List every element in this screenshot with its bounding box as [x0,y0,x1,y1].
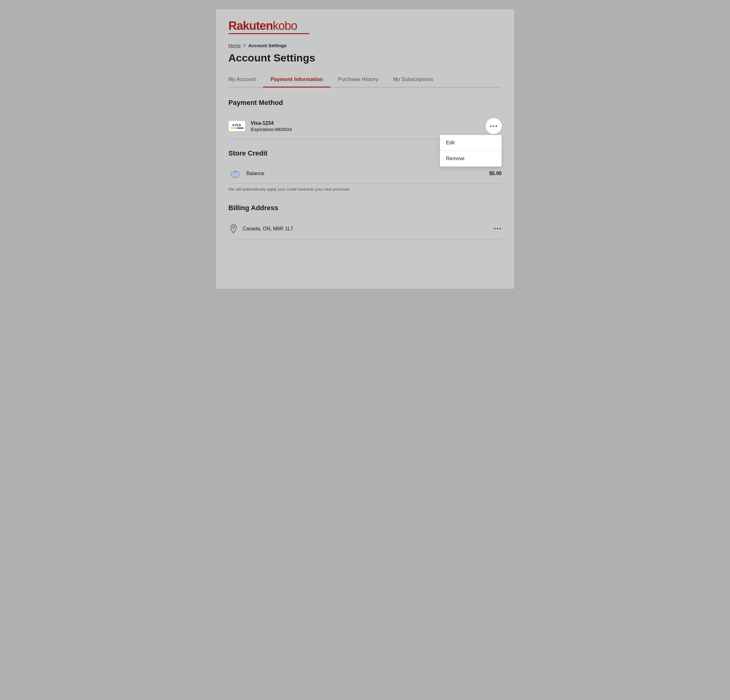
store-credit-icon [229,168,242,179]
tab-my-subscriptions[interactable]: My Subscriptions [385,73,441,87]
svg-point-1 [231,174,232,175]
credit-note: We will automatically apply your credit … [229,187,502,194]
tab-payment-information[interactable]: Payment Information [263,73,330,87]
dropdown-remove[interactable]: Remove [440,151,501,166]
dots-icon [490,125,497,127]
svg-rect-2 [234,171,237,173]
payment-method-section: Payment Method VISA Visa-1234 Expiration… [229,99,502,139]
balance-label: Balance [247,171,489,176]
billing-address-section: Billing Address Canada, ON, M6R 1L7 ••• [229,204,502,240]
card-row: VISA Visa-1234 Expiration:08/2024 [229,113,502,139]
card-dropdown-menu: Edit Remove [440,135,502,167]
page-title: Account Settings [229,52,502,64]
logo-text: Rakutenkobo [229,19,502,33]
address-row: Canada, ON, M6R 1L7 ••• [229,218,502,240]
location-pin-icon [229,223,238,234]
balance-amount: $5.00 [489,171,501,176]
breadcrumb-separator: // [244,43,246,48]
logo-underline [229,33,309,34]
billing-address-text: Canada, ON, M6R 1L7 [243,226,494,232]
billing-address-title: Billing Address [229,204,502,212]
visa-stripe [231,128,244,128]
visa-card-icon: VISA [229,121,245,131]
visa-text: VISA [232,124,242,127]
card-expiry: Expiration:08/2024 [251,127,486,132]
breadcrumb: Home // Account Settings [229,43,502,48]
page-container: Rakutenkobo Home // Account Settings Acc… [216,9,514,289]
tab-purchase-history[interactable]: Purchase History [330,73,385,87]
svg-point-7 [232,226,234,229]
tab-my-account[interactable]: My Account [229,73,263,87]
svg-point-3 [237,174,238,175]
card-details: Visa-1234 Expiration:08/2024 [251,120,486,132]
payment-method-title: Payment Method [229,99,502,107]
tabs-container: My Account Payment Information Purchase … [229,73,502,88]
logo[interactable]: Rakutenkobo [229,19,502,34]
breadcrumb-home[interactable]: Home [229,43,241,48]
dropdown-edit[interactable]: Edit [440,135,501,151]
card-name: Visa-1234 [251,120,486,126]
breadcrumb-current: Account Settings [248,43,286,48]
card-options-button[interactable] [486,118,502,134]
address-options-button[interactable]: ••• [494,226,502,232]
